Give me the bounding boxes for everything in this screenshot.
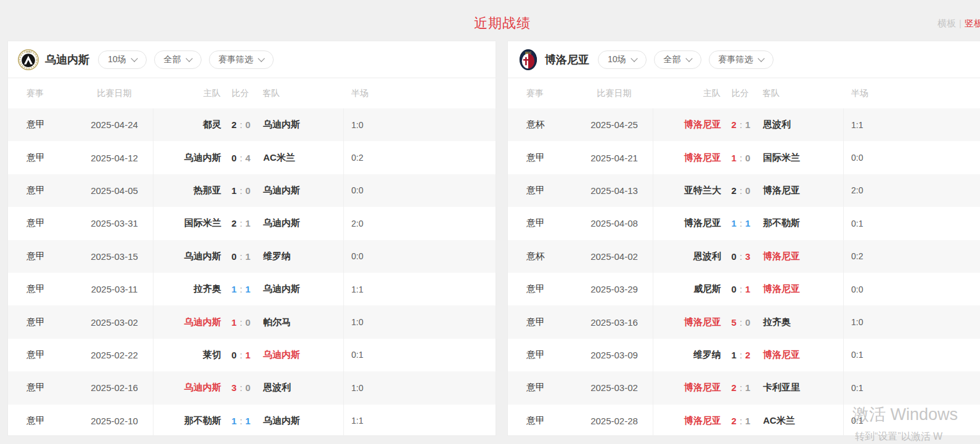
home-team: 恩波利 [653,251,721,262]
home-team: 博洛尼亚 [653,382,721,394]
col-score: 比分 [221,88,260,99]
home-score: 2 [732,382,737,393]
col-competition: 赛事 [508,88,576,99]
competition-cell: 意甲 [8,317,76,328]
halftime-cell: 1:1 [344,285,496,294]
scope-dropdown[interactable]: 全部 [154,50,202,69]
page-title: 近期战绩 [0,14,980,33]
score: 2 : 1 [721,119,761,130]
match-row: 意甲 2025-03-09 维罗纳 1 : 2 博洛尼亚 0:1 [508,339,980,371]
match-cell: 威尼斯 0 : 1 博洛尼亚 [653,273,844,305]
match-count-value: 10场 [608,54,626,65]
mode-portrait-label[interactable]: 竖板 [965,18,980,28]
halftime-cell: 0:0 [344,251,496,261]
away-team: 帕尔马 [261,317,343,328]
match-cell: 博洛尼亚 2 : 1 AC米兰 [653,405,844,437]
score: 2 : 0 [221,119,261,130]
match-cell: 都灵 2 : 0 乌迪内斯 [153,108,344,141]
score: 3 : 0 [221,382,261,393]
halftime-cell: 2:0 [844,185,980,195]
halftime-cell: 1:0 [344,317,496,327]
score: 2 : 1 [721,416,761,426]
date-cell: 2025-03-02 [76,317,153,328]
match-cell: 恩波利 0 : 3 博洛尼亚 [653,240,844,273]
date-cell: 2025-03-11 [76,284,153,294]
date-cell: 2025-03-16 [576,317,653,328]
match-cell: 博洛尼亚 5 : 0 拉齐奥 [653,305,844,338]
match-cell: 热那亚 1 : 0 乌迪内斯 [153,174,344,207]
date-cell: 2025-02-16 [76,382,153,393]
away-team: 乌迪内斯 [261,349,343,361]
match-row: 意甲 2025-02-16 乌迪内斯 3 : 0 恩波利 1:0 [8,371,496,404]
away-score: 1 [245,416,250,426]
match-count-value: 10场 [108,54,126,65]
score-colon: : [240,382,242,393]
away-score: 1 [745,218,750,228]
chevron-down-icon [186,55,192,62]
date-cell: 2025-02-10 [76,416,153,426]
mode-landscape-label[interactable]: 横板 [937,18,956,28]
halftime-cell: 0:2 [344,153,496,163]
date-cell: 2025-03-31 [76,218,153,228]
layout-mode-toggle[interactable]: 横板|竖板 [937,18,980,30]
home-score: 3 [232,382,237,393]
halftime-cell: 0:1 [844,383,980,393]
competition-cell: 意甲 [8,283,76,295]
score: 1 : 1 [721,218,761,228]
col-date: 比赛日期 [76,88,153,99]
competition-filter-dropdown[interactable]: 赛事筛选 [709,50,774,69]
away-team: 维罗纳 [261,251,343,262]
home-score: 5 [732,317,737,328]
svg-text:1896: 1896 [26,50,31,53]
away-score: 2 [745,350,750,360]
chevron-down-icon [685,55,692,62]
home-team: 国际米兰 [153,217,221,229]
away-team: 乌迪内斯 [261,217,343,229]
away-team: 博洛尼亚 [761,283,843,295]
halftime-cell: 0:2 [844,251,980,261]
away-team: 那不勒斯 [761,217,843,229]
score-colon: : [240,416,242,426]
match-cell: 亚特兰大 2 : 0 博洛尼亚 [653,174,844,207]
date-cell: 2025-04-24 [76,119,153,130]
home-team: 亚特兰大 [653,185,721,196]
competition-cell: 意甲 [8,415,76,427]
date-cell: 2025-04-05 [76,185,153,196]
home-score: 1 [232,185,237,196]
home-team: 威尼斯 [653,283,721,295]
competition-filter-dropdown[interactable]: 赛事筛选 [209,50,274,69]
score-colon: : [240,251,242,262]
match-count-dropdown[interactable]: 10场 [98,50,147,69]
away-score: 0 [745,185,750,196]
score: 5 : 0 [721,317,761,328]
scope-dropdown[interactable]: 全部 [654,50,701,69]
match-cell: 博洛尼亚 1 : 0 国际米兰 [653,141,844,174]
col-halftime: 半场 [344,88,496,99]
away-team: 拉齐奥 [761,317,843,328]
competition-cell: 意甲 [8,382,76,394]
match-row: 意甲 2025-02-22 莱切 0 : 1 乌迪内斯 0:1 [8,339,496,371]
card-header: BFC 博洛尼亚 10场 全部 赛事筛选 [508,41,980,78]
score-colon: : [740,185,742,196]
home-team: 乌迪内斯 [153,251,221,262]
away-team: 恩波利 [261,382,343,394]
competition-cell: 意甲 [8,185,76,196]
halftime-cell: 0:0 [844,285,980,294]
competition-cell: 意甲 [8,349,76,361]
competition-cell: 意甲 [508,185,576,196]
column-header-row: 赛事 比赛日期 主队 比分 客队 半场 [8,78,496,108]
match-row: 意甲 2025-03-29 威尼斯 0 : 1 博洛尼亚 0:0 [508,273,980,305]
date-cell: 2025-04-08 [576,218,653,228]
team-logo-icon: 1896 [18,49,39,70]
match-cell: 维罗纳 1 : 2 博洛尼亚 [653,339,844,371]
away-team: AC米兰 [261,152,343,164]
competition-cell: 意甲 [8,217,76,229]
away-team: AC米兰 [761,415,843,427]
home-score: 0 [232,153,237,163]
score-colon: : [740,382,742,393]
score-colon: : [740,416,742,426]
match-count-dropdown[interactable]: 10场 [598,50,647,69]
home-score: 1 [732,153,737,163]
score-colon: : [240,284,242,294]
match-cell: 莱切 0 : 1 乌迪内斯 [153,339,344,371]
